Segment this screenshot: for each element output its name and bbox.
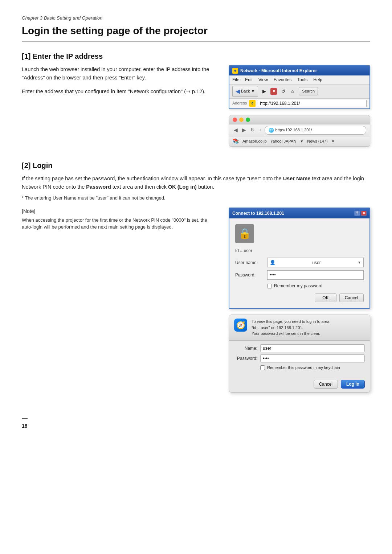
windows-dialog-id: Id = user [235, 247, 364, 254]
section1-text-block: Launch the web browser installed in your… [22, 65, 218, 102]
ie-search-button[interactable]: Search [299, 87, 318, 95]
windows-remember-checkbox[interactable] [267, 284, 272, 288]
ie-menu-edit[interactable]: Edit [245, 77, 253, 83]
windows-username-input[interactable]: 👤 user ▼ [267, 258, 364, 268]
safari-bookmarks-icon[interactable]: 📚 [233, 138, 239, 145]
safari-bookmark-amazon[interactable]: Amazon.co.jp [242, 138, 267, 144]
mac-login-button[interactable]: Log In [341, 380, 365, 389]
ie-menu-favorites[interactable]: Favorites [274, 77, 291, 83]
ie-back-dropdown-icon: ▼ [251, 88, 255, 94]
safari-address-bar[interactable]: 🌐 http://192.168.1.201/ [265, 126, 366, 135]
windows-password-row: Password: •••• [235, 270, 364, 280]
ie-menu-help[interactable]: Help [313, 77, 322, 83]
ie-address-label: Address [232, 100, 247, 106]
windows-dialog-icon-row: 🔒 [235, 224, 364, 243]
ie-title: Network - Microsoft Internet Explorer [240, 67, 317, 74]
windows-username-dropdown[interactable]: ▼ [358, 260, 361, 265]
windows-remember-label: Remember my password [274, 283, 322, 289]
windows-dialog-controls: ? ✕ [354, 211, 367, 216]
windows-dialog-help-btn[interactable]: ? [354, 211, 360, 216]
safari-toolbar: ◀ ▶ ↻ + 🌐 http://192.168.1.201/ [229, 124, 370, 136]
safari-refresh-button[interactable]: ↻ [249, 126, 256, 134]
ie-address-icon: e [249, 100, 256, 107]
windows-lock-icon: 🔒 [235, 224, 254, 243]
ie-menu-file[interactable]: File [232, 77, 239, 83]
section2-left: [Note] When accessing the projector for … [22, 208, 218, 237]
browser-safari-mockup: ◀ ▶ ↻ + 🌐 http://192.168.1.201/ 📚 Amazon… [229, 115, 370, 147]
section2-right: Connect to 192.168.1.201 ? ✕ 🔒 Id = user… [229, 208, 370, 393]
safari-titlebar [229, 115, 370, 124]
mac-remember-checkbox[interactable] [260, 365, 265, 370]
ie-menu-tools[interactable]: Tools [297, 77, 307, 83]
mac-dialog-buttons: Cancel Log In [229, 378, 370, 392]
mac-info-line2: *id = user" on 192.168.1.201. [252, 325, 330, 331]
ie-addressbar: Address e [229, 99, 369, 108]
windows-connect-dialog: Connect to 192.168.1.201 ? ✕ 🔒 Id = user… [229, 208, 370, 309]
windows-dialog-body: 🔒 Id = user User name: 👤 user ▼ Password… [229, 218, 369, 308]
page-title: Login the setting page of the projector [22, 23, 370, 42]
browser-ie-mockup: e Network - Microsoft Internet Explorer … [229, 65, 370, 109]
section2-layout: [Note] When accessing the projector for … [22, 208, 370, 393]
safari-maximize-dot[interactable] [246, 118, 250, 122]
ie-refresh-button[interactable]: ↺ [280, 88, 286, 95]
windows-remember-row: Remember my password [267, 283, 364, 289]
mac-dialog-header: 🧭 To view this page, you need to log in … [229, 315, 370, 341]
windows-user-icon: 👤 [270, 259, 275, 266]
safari-minimize-dot[interactable] [239, 118, 244, 122]
windows-dialog-close-btn[interactable]: ✕ [361, 211, 367, 216]
safari-url: http://192.168.1.201/ [275, 127, 312, 133]
safari-site-icon: 🌐 [269, 127, 274, 134]
mac-cancel-button[interactable]: Cancel [314, 380, 338, 389]
ie-menu-view[interactable]: View [258, 77, 268, 83]
section2-block: [2] Login If the setting page has set th… [22, 160, 370, 393]
ie-toolbar: ◀ Back ▼ ▶ ✕ ↺ ⌂ Search [229, 85, 369, 99]
safari-back-button[interactable]: ◀ [233, 126, 239, 134]
safari-close-dot[interactable] [233, 118, 237, 122]
section1-paragraph1: Launch the web browser installed in your… [22, 65, 218, 83]
ie-back-icon: ◀ [236, 87, 240, 96]
page-number: 18 [22, 418, 28, 430]
windows-dialog-titlebar: Connect to 192.168.1.201 ? ✕ [229, 208, 369, 218]
ie-forward-button[interactable]: ▶ [261, 88, 268, 95]
ie-back-button[interactable]: ◀ Back ▼ [232, 86, 258, 97]
windows-ok-button[interactable]: OK [315, 294, 336, 302]
windows-cancel-button[interactable]: Cancel [339, 294, 364, 302]
mac-name-row: Name: [234, 344, 365, 352]
mac-safari-icon: 🧭 [234, 319, 247, 332]
ie-back-label: Back [241, 88, 250, 94]
safari-forward-button[interactable]: ▶ [241, 126, 247, 134]
windows-password-label: Password: [235, 272, 264, 278]
section2-paragraph: If the setting page has set the password… [22, 175, 370, 192]
safari-add-button[interactable]: + [258, 127, 262, 134]
safari-bookmarks-bar: 📚 Amazon.co.jp Yahoo! JAPAN ▼ News (147)… [229, 136, 370, 147]
windows-password-value: •••• [270, 272, 276, 278]
windows-username-value: user [312, 259, 320, 266]
mac-info-line3: Your password will be sent in the clear. [252, 331, 330, 337]
note-body: When accessing the projector for the fir… [22, 217, 218, 231]
mac-name-input[interactable] [260, 344, 365, 352]
ie-home-button[interactable]: ⌂ [289, 88, 296, 95]
ie-menubar[interactable]: File Edit View Favorites Tools Help [229, 75, 369, 85]
ok-bold: OK (Log in) [168, 184, 197, 190]
mac-name-label: Name: [234, 345, 257, 352]
windows-dialog-buttons: OK Cancel [235, 294, 364, 302]
windows-username-row: User name: 👤 user ▼ [235, 258, 364, 268]
windows-username-label: User name: [235, 259, 264, 266]
ie-address-input[interactable] [258, 100, 367, 107]
password-bold: Password [86, 184, 111, 190]
section1-title: [1] Enter the IP address [22, 51, 370, 62]
chapter-label: Chapter 3 Basic Setting and Operation [22, 15, 370, 22]
section2-title: [2] Login [22, 160, 370, 171]
ie-stop-button[interactable]: ✕ [270, 88, 277, 95]
ie-icon: e [232, 68, 238, 74]
section1-paragraph2: Enter the address that you configured in… [22, 87, 218, 96]
windows-dialog-title: Connect to 192.168.1.201 [232, 210, 284, 217]
safari-bookmark-yahoo[interactable]: Yahoo! JAPAN [270, 138, 297, 144]
safari-bookmark-news[interactable]: News (147) [307, 138, 327, 144]
windows-password-input[interactable]: •••• [267, 270, 364, 280]
mac-password-input[interactable] [260, 354, 365, 362]
safari-news-dropdown[interactable]: ▼ [331, 139, 335, 144]
username-bold: User Name [283, 176, 311, 181]
safari-bookmark-dropdown[interactable]: ▼ [300, 139, 303, 144]
mac-auth-dialog: 🧭 To view this page, you need to log in … [229, 315, 370, 393]
